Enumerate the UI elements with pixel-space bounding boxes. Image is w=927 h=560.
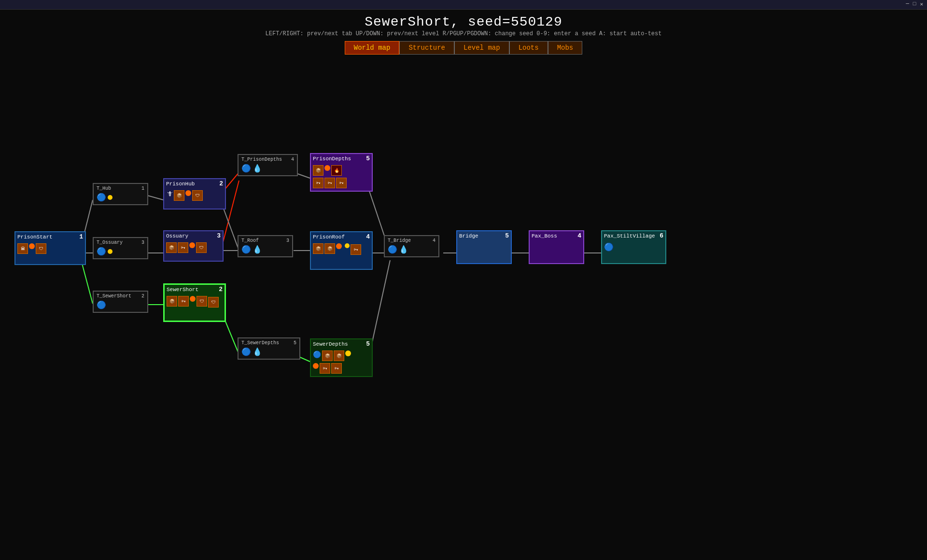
node-prison-roof[interactable]: PrisonRoof 4 📦 📦 🗝 (310, 231, 373, 270)
bridge-num: 5 (505, 232, 509, 239)
prison-hub-label: PrisonHub (166, 181, 195, 187)
t-hub-label: T_Hub (97, 186, 111, 191)
main-title: SewerShort, seed=550129 (0, 14, 927, 29)
pr-dot2 (345, 243, 350, 248)
os-icon1: 📦 (166, 242, 177, 253)
ss-icon3: 🛡 (197, 296, 207, 307)
icon-orange-dot (29, 243, 35, 249)
icon-shield: 🛡 (36, 243, 46, 254)
prison-depths-num: 5 (366, 155, 370, 162)
minimize-button[interactable]: ─ (906, 1, 909, 7)
t-pd-num: 4 (291, 157, 294, 162)
svg-line-3 (146, 195, 163, 200)
ph-dot (185, 190, 191, 196)
sewer-short-label: SewerShort (167, 287, 198, 293)
node-t-sewer-depths[interactable]: T_SewerDepths 5 🔵 💧 (238, 337, 300, 360)
subtitle: LEFT/RIGHT: prev/next tab UP/DOWN: prev/… (0, 30, 927, 37)
ss-icon2: 🗝 (178, 296, 189, 307)
pr-icon2: 📦 (324, 243, 335, 254)
node-prison-start[interactable]: PrisonStart 1 🏛 🛡 (14, 231, 86, 265)
t-ossuary-icon: 🔵 (97, 247, 106, 256)
psv-icon: 🔵 (604, 242, 614, 252)
sdep-icon3: 📦 (334, 350, 344, 361)
ph-icon2: 📦 (174, 190, 184, 201)
pdep-icon4: 🗝 (324, 178, 335, 188)
os-icon2: 🗝 (178, 242, 188, 253)
ossuary-label: Ossuary (166, 233, 188, 239)
ss-icon1: 📦 (167, 296, 177, 307)
icon-chest: 🏛 (17, 243, 28, 254)
t-roof-icon2: 💧 (253, 245, 262, 254)
t-hub-dot (108, 195, 112, 200)
node-t-prison-depths[interactable]: T_PrisonDepths 4 🔵 💧 (238, 154, 298, 176)
t-roof-num: 3 (286, 238, 289, 243)
node-prison-hub[interactable]: PrisonHub 2 🗡 📦 🛡 (163, 178, 226, 210)
node-sewer-short[interactable]: SewerShort 2 📦 🗝 🛡 🛡 (163, 283, 226, 322)
tab-level-map[interactable]: Level map (454, 41, 509, 55)
pax-boss-num: 4 (577, 232, 581, 239)
sdep-dot2 (313, 363, 319, 369)
header: SewerShort, seed=550129 LEFT/RIGHT: prev… (0, 10, 927, 57)
title-bar: ─ □ ✕ (0, 0, 927, 10)
t-ossuary-dot (108, 249, 112, 254)
tab-structure[interactable]: Structure (399, 41, 454, 55)
svg-line-9 (222, 205, 239, 251)
t-ossuary-label: T_Ossuary (97, 240, 123, 245)
pr-icon1: 📦 (313, 243, 323, 254)
os-dot (189, 242, 195, 248)
node-t-bridge[interactable]: T_Bridge 4 🔵 💧 (384, 235, 439, 257)
ph-icon1: 🗡 (166, 190, 173, 201)
node-pax-boss[interactable]: Pax_Boss 4 (529, 230, 584, 264)
sdep-icon4: 🗝 (320, 363, 330, 374)
node-pax-stilt-village[interactable]: Pax_StiltVillage 6 🔵 (601, 230, 666, 264)
ossuary-num: 3 (217, 232, 221, 239)
sewer-depths-num: 5 (366, 340, 370, 348)
maximize-button[interactable]: □ (913, 1, 916, 7)
node-sewer-depths[interactable]: SewerDepths 5 🔵 📦 📦 🗝 🗝 (310, 338, 373, 377)
prison-depths-label: PrisonDepths (313, 156, 351, 162)
pax-stilt-village-num: 6 (660, 232, 663, 239)
t-sewer-short-icon: 🔵 (97, 300, 106, 310)
sdep-icon2: 📦 (322, 350, 333, 361)
tab-bar: World map Structure Level map Loots Mobs (0, 41, 927, 55)
t-bridge-icon1: 🔵 (388, 245, 397, 254)
pdep-icon3: 🗝 (313, 178, 323, 188)
t-bridge-label: T_Bridge (388, 238, 411, 243)
t-roof-icon1: 🔵 (241, 245, 251, 254)
sewer-depths-label: SewerDepths (313, 341, 348, 347)
t-pd-label: T_PrisonDepths (241, 157, 282, 162)
pdep-dot (324, 165, 330, 171)
t-sewer-short-num: 2 (141, 294, 144, 299)
tab-world-map[interactable]: World map (345, 41, 400, 55)
t-bridge-icon2: 💧 (399, 245, 408, 254)
t-hub-icon: 🔵 (97, 193, 106, 202)
t-sewer-short-label: T_SewerShort (97, 294, 131, 299)
pdep-icon1: 📦 (313, 165, 323, 176)
sdep-dot (345, 350, 351, 356)
close-button[interactable]: ✕ (920, 1, 923, 7)
pax-stilt-village-label: Pax_StiltVillage (604, 233, 655, 239)
node-bridge[interactable]: Bridge 5 (456, 230, 512, 264)
sdep-icon5: 🗝 (331, 363, 342, 374)
node-prison-depths[interactable]: PrisonDepths 5 📦 🔥 🗝 🗝 🗝 (310, 153, 373, 192)
prison-hub-num: 2 (219, 180, 223, 187)
pdep-icon5: 🗝 (336, 178, 347, 188)
node-ossuary[interactable]: Ossuary 3 📦 🗝 🛡 (163, 230, 224, 262)
ss-dot (190, 296, 196, 302)
sewer-short-num: 2 (219, 286, 223, 293)
tab-loots[interactable]: Loots (509, 41, 548, 55)
pr-dot (336, 243, 342, 249)
t-pd-icon1: 🔵 (241, 164, 251, 173)
map-container: PrisonStart 1 🏛 🛡 T_Hub 1 🔵 T_Ossuary 3 … (0, 57, 927, 540)
t-hub-num: 1 (141, 186, 144, 191)
prison-roof-num: 4 (366, 233, 370, 240)
node-t-ossuary[interactable]: T_Ossuary 3 🔵 (93, 237, 148, 259)
node-t-hub[interactable]: T_Hub 1 🔵 (93, 183, 148, 205)
bridge-label: Bridge (459, 233, 478, 239)
node-t-roof[interactable]: T_Roof 3 🔵 💧 (238, 235, 293, 257)
t-sd-icon2: 💧 (253, 347, 262, 357)
t-roof-label: T_Roof (241, 238, 259, 243)
tab-mobs[interactable]: Mobs (548, 41, 583, 55)
t-bridge-num: 4 (433, 238, 435, 243)
node-t-sewer-short[interactable]: T_SewerShort 2 🔵 (93, 291, 148, 313)
